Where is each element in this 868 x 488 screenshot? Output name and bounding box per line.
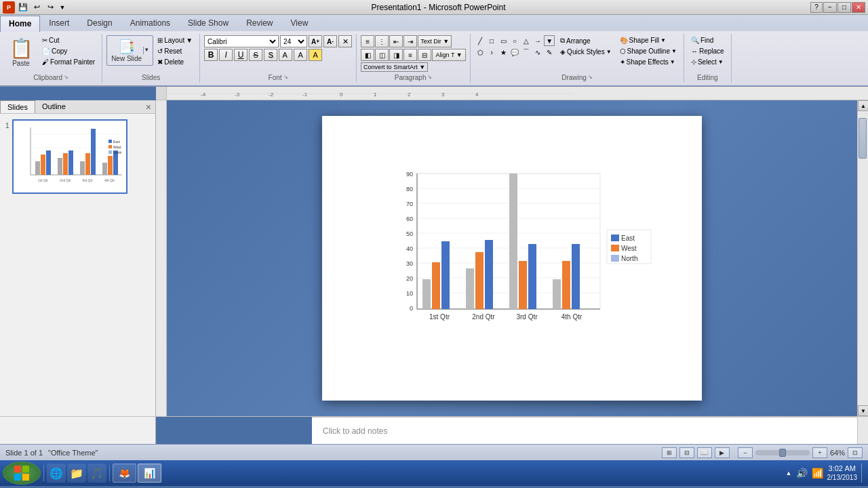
triangle-shape[interactable]: △ bbox=[521, 35, 532, 46]
justify-button[interactable]: ≡ bbox=[403, 49, 417, 61]
shape-fill-dropdown[interactable]: ▼ bbox=[660, 37, 666, 43]
shape-outline-dropdown[interactable]: ▼ bbox=[671, 48, 677, 54]
quick-access-redo[interactable]: ↪ bbox=[45, 3, 56, 12]
close-panel-button[interactable]: × bbox=[142, 102, 155, 113]
strikethrough-button[interactable]: S bbox=[249, 49, 262, 61]
slide-area[interactable]: 90 80 70 60 50 40 30 20 10 0 bbox=[167, 100, 857, 416]
shape-effects-dropdown[interactable]: ▼ bbox=[670, 59, 675, 65]
close-button[interactable]: ✕ bbox=[852, 2, 865, 13]
reading-view-button[interactable]: 📖 bbox=[697, 447, 712, 458]
quick-styles-dropdown[interactable]: ▼ bbox=[606, 49, 612, 55]
zoom-in-button[interactable]: + bbox=[812, 447, 827, 458]
decrease-indent-button[interactable]: ⇤ bbox=[389, 35, 403, 47]
copy-button[interactable]: 📄 Copy bbox=[39, 46, 98, 56]
fit-window-button[interactable]: ⊡ bbox=[848, 447, 863, 458]
callout-shape[interactable]: 💬 bbox=[509, 47, 520, 58]
select-button[interactable]: ⊹ Select ▼ bbox=[688, 57, 727, 67]
quick-access-undo[interactable]: ↩ bbox=[31, 3, 42, 12]
convert-smartart-button[interactable]: Convert to SmartArt ▼ bbox=[361, 62, 428, 72]
line-shape[interactable]: ╱ bbox=[475, 35, 486, 46]
shadow-button[interactable]: S bbox=[264, 49, 277, 61]
reset-button[interactable]: ↺ Reset bbox=[155, 46, 195, 56]
replace-button[interactable]: ↔ Replace bbox=[688, 46, 727, 56]
drawing-expand[interactable]: ↘ bbox=[588, 74, 593, 80]
underline-button[interactable]: U bbox=[234, 49, 248, 61]
numbered-list-button[interactable]: ⋮ bbox=[375, 35, 389, 47]
slide-sorter-button[interactable]: ⊟ bbox=[679, 447, 694, 458]
find-button[interactable]: 🔍 Find bbox=[688, 35, 727, 45]
scroll-thumb-v[interactable] bbox=[859, 118, 867, 159]
quick-access-save[interactable]: 💾 bbox=[18, 3, 28, 12]
freeform-shape[interactable]: ✎ bbox=[544, 47, 555, 58]
shape-outline-button[interactable]: ⬡ Shape Outline ▼ bbox=[617, 46, 679, 56]
oval-shape[interactable]: ○ bbox=[509, 35, 520, 46]
tab-home[interactable]: Home bbox=[0, 16, 40, 32]
slide-canvas[interactable]: 90 80 70 60 50 40 30 20 10 0 bbox=[322, 116, 702, 401]
scroll-up-button[interactable]: ▲ bbox=[858, 100, 868, 111]
normal-view-button[interactable]: ⊞ bbox=[662, 447, 677, 458]
font-size-select[interactable]: 24 bbox=[280, 35, 307, 47]
char-spacing-button[interactable]: A bbox=[279, 49, 292, 61]
rounded-rect-shape[interactable]: ▭ bbox=[498, 35, 509, 46]
right-arrow-shape[interactable]: → bbox=[532, 35, 543, 46]
scroll-down-button[interactable]: ▼ bbox=[858, 405, 868, 416]
shape-effects-button[interactable]: ✦ Shape Effects ▼ bbox=[617, 57, 679, 67]
tab-design[interactable]: Design bbox=[78, 15, 121, 31]
new-slide-dropdown-icon[interactable]: ▼ bbox=[143, 47, 150, 54]
clear-format-button[interactable]: ✕ bbox=[338, 35, 352, 47]
align-center-button[interactable]: ◫ bbox=[375, 49, 389, 61]
bullets-button[interactable]: ≡ bbox=[361, 35, 374, 47]
new-slide-button[interactable]: 📑 New Slide ▼ bbox=[106, 35, 153, 66]
tab-insert[interactable]: Insert bbox=[40, 15, 78, 31]
cut-button[interactable]: ✂ Cut bbox=[39, 35, 98, 45]
help-icon[interactable]: ? bbox=[810, 2, 823, 13]
notes-area[interactable]: Click to add notes bbox=[312, 417, 857, 444]
columns-button[interactable]: ⊟ bbox=[418, 49, 431, 61]
volume-icon[interactable]: 🔊 bbox=[796, 468, 808, 479]
tray-expand-icon[interactable]: ▲ bbox=[786, 470, 792, 476]
explorer-icon[interactable]: 📁 bbox=[67, 464, 86, 483]
slide-item-1[interactable]: 1 bbox=[5, 119, 150, 194]
quick-access-more[interactable]: ▼ bbox=[58, 3, 66, 12]
font-expand[interactable]: ↘ bbox=[283, 74, 288, 80]
increase-indent-button[interactable]: ⇥ bbox=[403, 35, 417, 47]
curve-shape[interactable]: ∿ bbox=[532, 47, 543, 58]
star-shape[interactable]: ★ bbox=[498, 47, 509, 58]
pentagon-shape[interactable]: ⬠ bbox=[475, 47, 486, 58]
clipboard-expand[interactable]: ↘ bbox=[64, 74, 68, 80]
maximize-button[interactable]: □ bbox=[837, 2, 851, 13]
notes-scrollbar[interactable] bbox=[857, 417, 868, 444]
select-dropdown[interactable]: ▼ bbox=[718, 59, 724, 65]
align-left-button[interactable]: ◧ bbox=[361, 49, 374, 61]
italic-button[interactable]: I bbox=[219, 49, 233, 61]
outline-tab[interactable]: Outline bbox=[35, 100, 73, 113]
ie-icon[interactable]: 🌐 bbox=[47, 464, 66, 483]
tab-review[interactable]: Review bbox=[237, 15, 281, 31]
tab-view[interactable]: View bbox=[282, 15, 317, 31]
zoom-slider[interactable] bbox=[755, 450, 810, 455]
zoom-out-button[interactable]: − bbox=[738, 447, 753, 458]
align-text-button[interactable]: Align T ▼ bbox=[432, 49, 466, 61]
rect-shape[interactable]: □ bbox=[486, 35, 497, 46]
vertical-scrollbar[interactable]: ▲ ▼ bbox=[857, 100, 868, 416]
delete-button[interactable]: ✖ Delete bbox=[155, 57, 195, 67]
slide-thumbnail-1[interactable]: 1st Qtr 2nd Qtr 3rd Qtr 4th Qtr East Wes… bbox=[12, 119, 127, 194]
firefox-taskbar-button[interactable]: 🦊 bbox=[113, 464, 136, 483]
text-direction-button[interactable]: Text Dir ▼ bbox=[418, 35, 452, 47]
slideshow-button[interactable]: ▶ bbox=[715, 447, 730, 458]
network-icon[interactable]: 📶 bbox=[812, 468, 823, 479]
increase-font-button[interactable]: A+ bbox=[309, 35, 322, 47]
zoom-slider-thumb[interactable] bbox=[779, 449, 786, 457]
scroll-track-v[interactable] bbox=[858, 111, 868, 405]
highlight-button[interactable]: A bbox=[309, 49, 322, 61]
arrange-button[interactable]: ⧉ Arrange bbox=[557, 35, 614, 46]
more-shapes-button[interactable]: ▼ bbox=[544, 35, 555, 46]
bold-button[interactable]: B bbox=[204, 49, 218, 61]
start-button[interactable] bbox=[3, 462, 41, 485]
tab-slideshow[interactable]: Slide Show bbox=[179, 15, 237, 31]
shape-fill-button[interactable]: 🎨 Shape Fill ▼ bbox=[617, 35, 679, 45]
chevron-shape[interactable]: › bbox=[486, 47, 497, 58]
chart-container[interactable]: 90 80 70 60 50 40 30 20 10 0 bbox=[383, 170, 654, 336]
paste-button[interactable]: 📋 Paste bbox=[4, 35, 38, 73]
tab-animations[interactable]: Animations bbox=[121, 15, 179, 31]
